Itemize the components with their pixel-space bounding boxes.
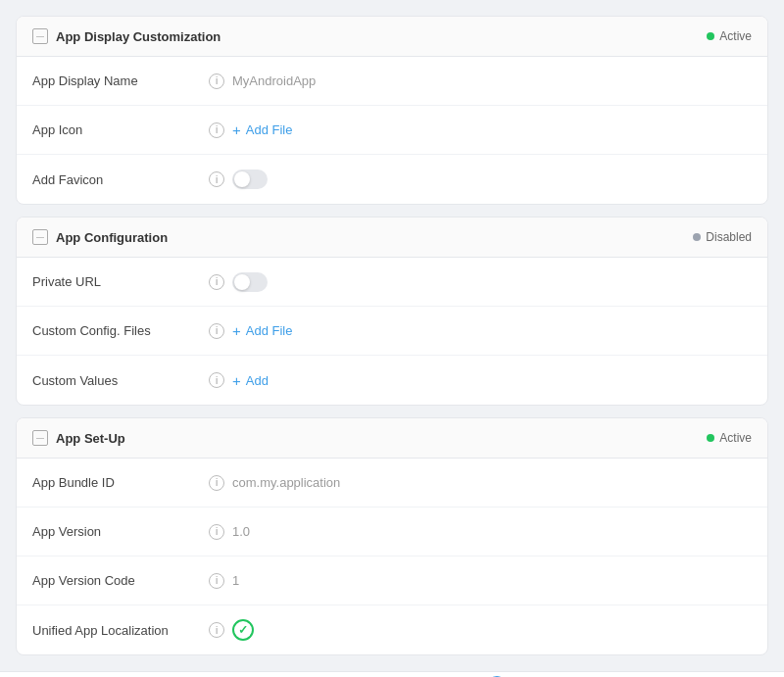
plus-icon: + [232,121,241,138]
field-info: i1.0 [209,524,752,540]
status-dot [693,233,701,241]
field-info: i [209,619,752,641]
field-label: App Version [32,524,209,539]
field-info: i [209,169,752,189]
field-value: 1 [232,573,239,588]
field-row-add-favicon: Add Faviconi [17,155,767,204]
info-icon[interactable]: i [209,73,224,89]
status-dot [707,32,714,40]
info-icon[interactable]: i [209,372,224,388]
section-title: App Configuration [56,230,168,245]
collapse-icon[interactable] [32,28,48,44]
field-label: App Icon [32,122,209,137]
field-label: Custom Values [32,373,209,388]
plus-icon: + [232,322,241,339]
field-info: i [209,272,752,292]
section-header-left: App Set-Up [32,430,125,446]
section-header-app-configuration: App ConfigurationDisabled [17,218,767,258]
plus-icon: + [232,372,241,389]
section-app-setup: App Set-UpActiveApp Bundle IDicom.my.app… [16,417,768,655]
info-icon[interactable]: i [209,573,224,589]
section-header-left: App Display Customization [32,28,220,44]
add-file-button[interactable]: +Add File [232,322,292,339]
section-app-configuration: App ConfigurationDisabledPrivate URLiCus… [16,217,768,406]
field-label: Private URL [32,274,209,289]
section-title: App Display Customization [56,29,220,44]
section-body-app-setup: App Bundle IDicom.my.applicationApp Vers… [17,459,767,654]
field-label: App Version Code [32,573,209,588]
status-badge: Active [707,431,752,445]
field-info: i+Add File [209,121,752,138]
info-icon[interactable]: i [209,171,224,187]
field-info: icom.my.application [209,475,752,491]
section-app-display: App Display CustomizationActiveApp Displ… [16,16,768,205]
status-dot [707,434,714,442]
status-badge: Active [707,29,752,43]
field-row-custom-config-files: Custom Config. Filesi+Add File [17,307,767,356]
field-label: App Display Name [32,73,209,88]
add-file-label: Add File [246,323,293,338]
status-text: Active [719,29,752,43]
field-label: Custom Config. Files [32,323,209,338]
field-value: MyAndroidApp [232,73,316,88]
add-file-label: Add File [246,122,293,137]
field-value: com.my.application [232,475,340,490]
footer: Last Saved 31-Jul-23, 10:56 by Jane Doe … [0,671,784,677]
info-icon[interactable]: i [209,524,224,540]
field-label: Unified App Localization [32,623,209,638]
section-body-app-display: App Display NameiMyAndroidAppApp Iconi+A… [17,57,767,204]
status-text: Disabled [706,230,752,244]
section-header-left: App Configuration [32,229,168,245]
status-badge: Disabled [693,230,752,244]
info-icon[interactable]: i [209,622,224,638]
field-info: i+Add [209,372,752,389]
info-icon[interactable]: i [209,475,224,491]
section-body-app-configuration: Private URLiCustom Config. Filesi+Add Fi… [17,258,767,405]
section-header-app-display: App Display CustomizationActive [17,17,767,57]
add-button[interactable]: +Add [232,372,269,389]
field-info: i+Add File [209,322,752,339]
field-value: 1.0 [232,524,250,539]
add-file-button[interactable]: +Add File [232,121,292,138]
info-icon[interactable]: i [209,323,224,339]
collapse-icon[interactable] [32,229,48,245]
status-text: Active [719,431,752,445]
field-label: Add Favicon [32,172,209,187]
toggle-switch[interactable] [232,272,268,292]
main-content: App Display CustomizationActiveApp Displ… [0,0,784,671]
info-icon[interactable]: i [209,274,224,290]
toggle-switch[interactable] [232,169,268,189]
checkmark-icon [232,619,254,641]
field-row-app-icon: App Iconi+Add File [17,106,767,155]
field-row-private-url: Private URLi [17,258,767,307]
field-label: App Bundle ID [32,475,209,490]
field-row-unified-app-localization: Unified App Localizationi [17,605,767,654]
section-title: App Set-Up [56,431,125,446]
field-row-app-version: App Versioni1.0 [17,508,767,556]
collapse-icon[interactable] [32,430,48,446]
field-info: iMyAndroidApp [209,73,752,89]
section-header-app-setup: App Set-UpActive [17,418,767,459]
info-icon[interactable]: i [209,122,224,138]
field-info: i1 [209,573,752,589]
field-row-custom-values: Custom Valuesi+Add [17,356,767,405]
field-row-app-version-code: App Version Codei1 [17,556,767,605]
add-label: Add [246,373,269,388]
field-row-app-display-name: App Display NameiMyAndroidApp [17,57,767,106]
field-row-app-bundle-id: App Bundle IDicom.my.application [17,459,767,508]
